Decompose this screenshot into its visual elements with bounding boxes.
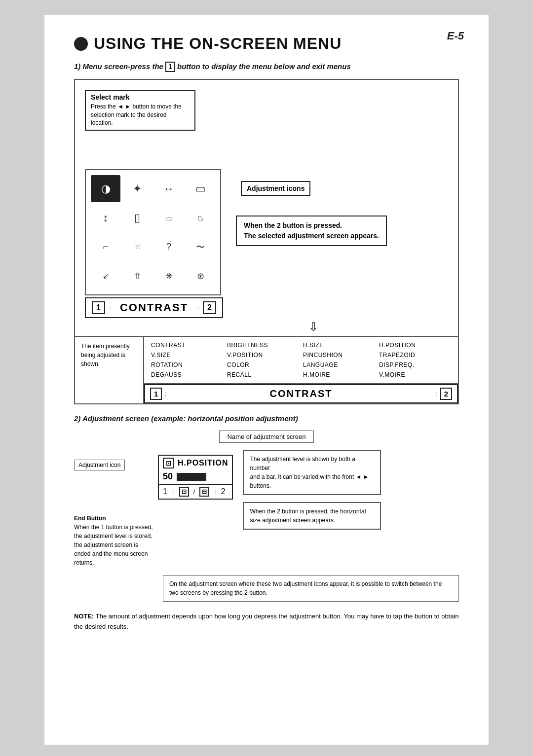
icon-rotation: ⌐ [91,233,120,260]
icon-vsize: ↕ [91,204,120,231]
menu-item-trapezoid: TRAPEZOID [377,351,453,360]
menu-item-contrast: CONTRAST [149,341,225,350]
menu-bottom-contrast-row: 1 : CONTRAST : 2 [144,383,458,403]
hpos-value-row: 50 [159,470,210,484]
adj-screen-diagram: Name of adjustment screen Adjustment ico… [74,431,459,602]
icon-hposition: ▭ [186,175,215,202]
end-button-label: End Button When the 1 button is pressed,… [74,514,153,567]
menu-item-hsize: H.SIZE [301,341,377,350]
num1-label: 1 [92,301,105,314]
name-of-adj-callout: Name of adjustment screen [219,431,314,443]
num2-label: 2 [203,301,216,314]
icon-hsize: ↔ [154,175,184,202]
bottom-contrast-label: CONTRAST [170,388,432,399]
hpos-label-text: H.POSITION [178,459,228,468]
icons-grid: ◑ ✦ ↔ ▭ ↕ ▯ ⌓ ⏢ ⌐ ⁙ ? 〜 ↙ ⇧ [85,169,221,295]
hpos-bar-indicator [177,473,206,481]
section2-heading: 2) Adjustment screen (example: horizonta… [74,414,459,423]
icon-dispfreq: 〜 [186,233,215,260]
on-screen-text-box: On the adjustment screen where these two… [163,575,459,602]
icon-degauss: ↙ [91,262,120,289]
icon-vmoire: ⊛ [186,262,215,289]
on-screen-btn: 2 [244,589,248,596]
menu-item-vmoire: V.MOIRE [377,370,453,379]
right-label-btn2: When the 2 button is pressed, the horizo… [243,502,381,530]
hpos-btn1: 1 [163,487,167,496]
when-pressed-btn: 2 [277,221,281,229]
adj-icon-label: Adjustment icon [74,460,125,470]
hpos-number: 50 [163,471,173,482]
menu-item-dispfreq: DISP.FREQ. [377,360,453,369]
select-mark-body: Press the ◄ ► button to move the selecti… [91,103,190,127]
page-number: E-5 [447,30,464,42]
menu-item-degauss: DEGAUSS [149,370,225,379]
menu-item-rotation: ROTATION [149,360,225,369]
section-title: USING THE ON-SCREEN MENU [74,35,459,53]
select-mark-title: Select mark [91,93,190,101]
menu-item-brightness: BRIGHTNESS [225,341,301,350]
menu-diagram: Select mark Press the ◄ ► button to move… [74,79,459,404]
menu-item-language: LANGUAGE [301,360,377,369]
step1-button-icon: 1 [165,62,175,72]
menu-item-vsize: V.SIZE [149,351,225,360]
right-label-adj-level: The adjustment level is shown by both a … [243,450,381,495]
item-adjusted-label: The item presently being adjusted is sho… [75,337,144,403]
bottom-num2: 2 [440,388,452,400]
hpos-box: ⊡ H.POSITION 50 1 : ⊡ / ⊟ : 2 [158,455,233,500]
hpos-title-row: ⊡ H.POSITION [159,456,232,470]
contrast-bar-top: 1 : CONTRAST : 2 [85,297,223,318]
end-btn-icon: 1 [101,524,105,531]
when-pressed-line1: When the 2 button is pressed. [244,220,379,231]
when-pressed-callout: When the 2 button is pressed. The select… [236,216,387,246]
icon-pincushion: ⌓ [154,204,184,231]
icon-recall: ⇧ [122,262,152,289]
menu-item-color: COLOR [225,360,301,369]
note-section: NOTE: The amount of adjustment depends u… [74,612,459,632]
bottom-num1: 1 [150,388,162,400]
step1-heading: 1) Menu screen-press the 1 button to dis… [74,62,459,72]
contrast-label-top: CONTRAST [113,301,195,314]
page: E-5 USING THE ON-SCREEN MENU 1) Menu scr… [44,15,489,745]
hpos-icon-left: ⊡ [179,487,189,497]
title-bullet-icon [74,37,88,51]
select-mark-callout: Select mark Press the ◄ ► button to move… [85,90,195,131]
menu-items-grid: CONTRAST BRIGHTNESS H.SIZE H.POSITION V.… [144,337,458,383]
menu-item-pincushion: PINCUSHION [301,351,377,360]
hpos-btn2: 2 [221,487,226,496]
icon-vposition: ▯ [122,204,152,231]
menu-bottom: The item presently being adjusted is sho… [75,336,458,403]
icon-language: ? [154,233,184,260]
hpos-icon: ⊡ [163,458,174,468]
contrast-bar-bottom: 1 : CONTRAST : 2 [144,384,458,403]
icon-hmoire: ❋ [154,262,184,289]
menu-item-hposition: H.POSITION [377,341,453,350]
rl2-btn-icon: 2 [277,508,280,515]
when-pressed-line3: The selected adjustment screen appears. [244,231,379,241]
icon-brightness: ✦ [122,175,152,202]
icon-trapezoid: ⏢ [186,204,215,231]
down-arrow-icon: ⇩ [169,320,458,334]
icon-color: ⁙ [122,233,152,260]
menu-item-recall: RECALL [225,370,301,379]
adj-icons-label: Adjustment icons [241,181,310,196]
hpos-icon-right: ⊟ [199,487,209,497]
menu-item-hmoire: H.MOIRE [301,370,377,379]
hpos-bottom-row: 1 : ⊡ / ⊟ : 2 [159,484,232,499]
icon-contrast: ◑ [91,175,120,202]
menu-item-vposition: V.POSITION [225,351,301,360]
